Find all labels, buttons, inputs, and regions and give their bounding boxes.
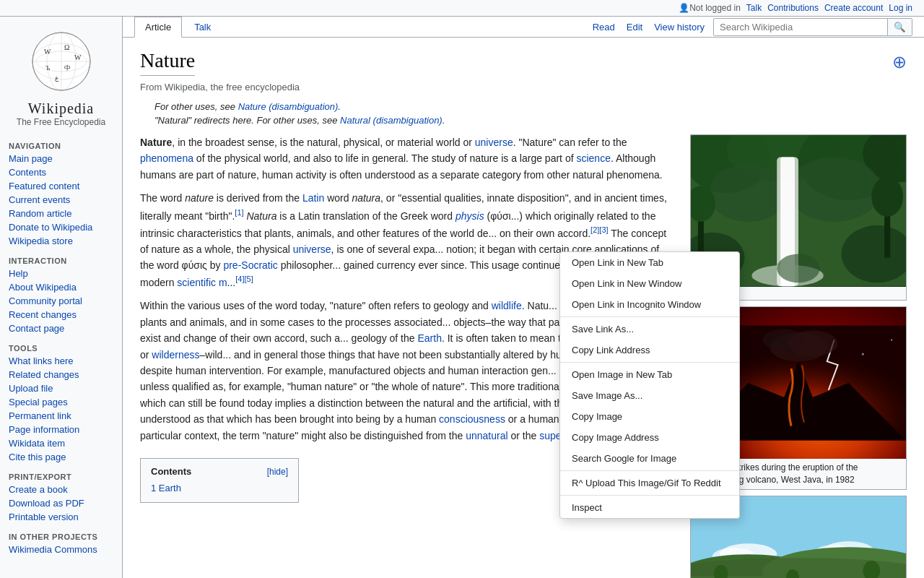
ctx-open-image-new-tab[interactable]: Open Image in New Tab xyxy=(560,364,739,385)
tab-edit[interactable]: Edit xyxy=(624,17,645,37)
sidebar-item-page-info[interactable]: Page information xyxy=(0,423,122,436)
svg-point-19 xyxy=(709,164,788,221)
ctx-save-image-as[interactable]: Save Image As... xyxy=(560,385,739,406)
pre-socratic-link[interactable]: pre-Socratic xyxy=(223,259,277,271)
wilderness-link[interactable]: wilderness xyxy=(152,349,199,361)
ctx-upload-reddit[interactable]: R^ Upload This Image/Gif To Reddit xyxy=(560,473,739,493)
sidebar-item-help[interactable]: Help xyxy=(0,267,122,280)
sidebar-item-store[interactable]: Wikipedia store xyxy=(0,234,122,248)
contents-box: Contents [hide] 1 Earth xyxy=(140,458,299,503)
sidebar-item-special[interactable]: Special pages xyxy=(0,395,122,409)
sidebar-item-featured[interactable]: Featured content xyxy=(0,179,122,193)
tab-talk[interactable]: Talk xyxy=(183,17,222,37)
search-button[interactable]: 🔍 xyxy=(887,19,912,35)
sidebar-item-what-links[interactable]: What links here xyxy=(0,354,122,368)
sidebar-item-wikimedia[interactable]: Wikimedia Commons xyxy=(0,543,122,556)
from-line: From Wikipedia, the free encyclopedia xyxy=(140,82,907,92)
svg-text:W: W xyxy=(74,53,82,61)
other-projects-heading: In other projects xyxy=(0,530,122,543)
logo-area: W Ω W 中 Ъ ع Wikipedia The Free Encyclope… xyxy=(0,22,122,139)
ctx-save-link-as[interactable]: Save Link As... xyxy=(560,319,739,340)
unnatural-link[interactable]: unnatural xyxy=(466,430,507,441)
hatnote-2: "Natural" redirects here. For other uses… xyxy=(140,115,907,126)
login-link[interactable]: Log in xyxy=(889,3,912,13)
page-layout: W Ω W 中 Ъ ع Wikipedia The Free Encyclope… xyxy=(0,17,924,578)
navigation-heading: Navigation xyxy=(0,139,122,152)
article-content: Nature ⊕ From Wikipedia, the free encycl… xyxy=(123,38,924,578)
article-title-row: Nature ⊕ xyxy=(140,49,907,82)
print-heading: Print/export xyxy=(0,470,122,483)
talk-link[interactable]: Talk xyxy=(746,3,762,13)
svg-point-20 xyxy=(788,158,881,222)
sidebar-item-wikidata[interactable]: Wikidata item xyxy=(0,436,122,450)
ctx-open-link-incognito[interactable]: Open Link in Incognito Window xyxy=(560,294,739,315)
ctx-divider-1 xyxy=(560,316,739,317)
ctx-copy-image-address[interactable]: Copy Image Address xyxy=(560,427,739,448)
sidebar-item-create-book[interactable]: Create a book xyxy=(0,483,122,496)
contents-item-1[interactable]: 1 Earth xyxy=(151,481,288,495)
sidebar-item-contact[interactable]: Contact page xyxy=(0,322,122,335)
create-account-link[interactable]: Create account xyxy=(824,3,883,13)
not-logged-in-label: Not logged in xyxy=(689,3,741,13)
sidebar-item-donate[interactable]: Donate to Wikipedia xyxy=(0,220,122,234)
contents-header: Contents [hide] xyxy=(151,466,288,477)
tab-article[interactable]: Article xyxy=(134,17,182,38)
wildlife-link[interactable]: wildlife xyxy=(492,300,522,311)
svg-point-36 xyxy=(788,330,838,356)
earth-link[interactable]: Earth xyxy=(417,332,441,344)
science-link[interactable]: science xyxy=(576,152,610,164)
phenomena-link[interactable]: phenomena xyxy=(140,152,193,164)
physis-link[interactable]: physis xyxy=(456,210,484,221)
add-section-button[interactable]: ⊕ xyxy=(892,52,907,72)
ctx-open-link-new-tab[interactable]: Open Link in New Tab xyxy=(560,252,739,273)
natural-disambig-link[interactable]: Natural (disambiguation) xyxy=(340,115,443,126)
universe-link-2[interactable]: universe xyxy=(293,243,331,255)
universe-link[interactable]: universe xyxy=(475,137,513,148)
sidebar-other-projects: In other projects Wikimedia Commons xyxy=(0,530,122,556)
tabs-right: Read Edit View history 🔍 xyxy=(590,17,912,37)
sidebar-interaction: Interaction Help About Wikipedia Communi… xyxy=(0,254,122,335)
main-area: Article Talk Read Edit View history 🔍 Na… xyxy=(123,17,924,578)
sidebar-item-permanent[interactable]: Permanent link xyxy=(0,409,122,423)
sidebar-item-current-events[interactable]: Current events xyxy=(0,193,122,207)
scientific-method-link[interactable]: scientific m xyxy=(177,277,227,288)
sidebar-print: Print/export Create a book Download as P… xyxy=(0,470,122,524)
latin-link[interactable]: Latin xyxy=(302,192,324,204)
sidebar-item-upload[interactable]: Upload file xyxy=(0,381,122,395)
ctx-search-google-image[interactable]: Search Google for Image xyxy=(560,448,739,469)
tools-heading: Tools xyxy=(0,341,122,354)
sidebar-item-cite[interactable]: Cite this page xyxy=(0,450,122,464)
ctx-inspect[interactable]: Inspect xyxy=(560,497,739,518)
wikipedia-globe-icon: W Ω W 中 Ъ ع xyxy=(30,30,93,93)
tab-view-history[interactable]: View history xyxy=(651,17,707,37)
sidebar-item-related-changes[interactable]: Related changes xyxy=(0,368,122,381)
sidebar-item-recent[interactable]: Recent changes xyxy=(0,308,122,322)
svg-point-30 xyxy=(871,176,903,217)
article-title: Nature xyxy=(140,49,195,76)
ctx-copy-link-address[interactable]: Copy Link Address xyxy=(560,340,739,361)
svg-point-39 xyxy=(891,339,892,340)
sidebar-item-community[interactable]: Community portal xyxy=(0,294,122,308)
contents-hide-button[interactable]: [hide] xyxy=(267,467,288,477)
svg-text:中: 中 xyxy=(64,64,71,72)
nature-disambig-link[interactable]: Nature (disambiguation) xyxy=(238,101,339,112)
contributions-link[interactable]: Contributions xyxy=(767,3,819,13)
ctx-copy-image[interactable]: Copy Image xyxy=(560,406,739,427)
user-icon: 👤 xyxy=(679,3,689,13)
tab-read[interactable]: Read xyxy=(590,17,618,37)
logo-subtitle: The Free Encyclopedia xyxy=(6,117,116,127)
sidebar-item-contents[interactable]: Contents xyxy=(0,165,122,179)
contents-earth-link[interactable]: 1 Earth xyxy=(151,483,181,493)
sidebar-item-download-pdf[interactable]: Download as PDF xyxy=(0,496,122,510)
article-body: Nature, in the broadest sense, is the na… xyxy=(140,134,907,578)
svg-text:Ъ: Ъ xyxy=(45,64,51,72)
sidebar-item-main-page[interactable]: Main page xyxy=(0,152,122,165)
contents-title: Contents xyxy=(151,466,191,477)
sidebar-item-random[interactable]: Random article xyxy=(0,207,122,220)
consciousness-link[interactable]: consciousness xyxy=(439,413,505,425)
sidebar-item-printable[interactable]: Printable version xyxy=(0,510,122,524)
ctx-open-link-new-window[interactable]: Open Link in New Window xyxy=(560,273,739,294)
sidebar-item-about[interactable]: About Wikipedia xyxy=(0,280,122,294)
search-input[interactable] xyxy=(714,19,887,35)
top-bar: 👤 Not logged in Talk Contributions Creat… xyxy=(0,0,924,17)
